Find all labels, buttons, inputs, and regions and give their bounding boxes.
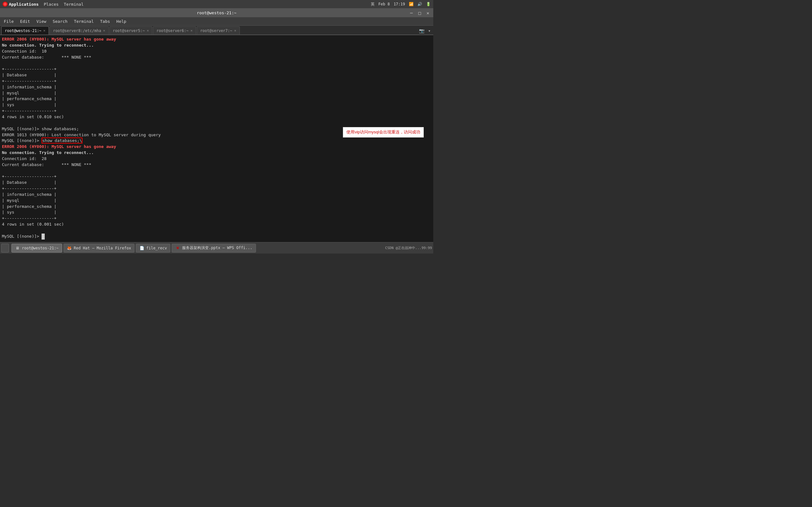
taskbar: 🖥 root@westos-21:~ 🦊 Red Hat – Mozilla F…: [0, 242, 433, 253]
taskbar-terminal[interactable]: 🖥 root@westos-21:~: [11, 244, 62, 252]
tabs-bar: root@westos-21:~ ✕ root@server8:/etc/mha…: [0, 26, 433, 35]
menu-search[interactable]: Search: [50, 18, 70, 24]
menu-terminal[interactable]: Terminal: [71, 18, 96, 24]
file-taskbar-icon: 📄: [139, 245, 144, 250]
error-line-2: ERROR 1013 (HY000): Lost connection to M…: [2, 132, 161, 137]
tab-close-3[interactable]: ✕: [147, 29, 149, 33]
tab-close-2[interactable]: ✕: [103, 29, 105, 33]
menu-bar: File Edit View Search Terminal Tabs Help: [0, 17, 433, 26]
rows-2: 4 rows in set (0.001 sec): [2, 222, 64, 227]
taskbar-right: CSDN @正在战神中...99:99: [385, 245, 432, 250]
tab-label-3: root@server5:~: [113, 29, 145, 33]
maximize-button[interactable]: □: [417, 10, 422, 15]
window-title: root@westos-21:~: [197, 10, 236, 15]
menu-tabs[interactable]: Tabs: [98, 18, 113, 24]
taskbar-firefox[interactable]: 🦊 Red Hat – Mozilla Firefox: [63, 244, 135, 252]
terminal-output: ERROR 2006 (HY000): MySQL server has gon…: [2, 37, 432, 239]
tab-server7[interactable]: root@server7:~ ✕: [197, 26, 240, 35]
places-menu[interactable]: Places: [44, 2, 59, 7]
tab-westos21[interactable]: root@westos-21:~ ✕: [1, 26, 49, 35]
new-tab-icon[interactable]: 📷: [418, 28, 426, 33]
window-controls: ─ □ ✕: [409, 10, 431, 15]
show-desktop-button[interactable]: [1, 244, 9, 252]
taskbar-wps-label: 服务器架构演变.pptx – WPS Offi...: [182, 245, 252, 250]
tab-close-4[interactable]: ✕: [191, 29, 193, 33]
error-line-1: ERROR 2006 (HY000): MySQL server has gon…: [2, 37, 116, 42]
system-bar: Applications Places Terminal 英 Feb 8 17:…: [0, 0, 433, 9]
title-bar: root@westos-21:~ ─ □ ✕: [0, 9, 433, 17]
tab-close-5[interactable]: ✕: [234, 29, 236, 33]
tabs-extra: 📷 ▾: [418, 28, 432, 35]
tab-close-1[interactable]: ✕: [44, 29, 46, 33]
taskbar-terminal-label: root@westos-21:~: [22, 246, 59, 250]
conn-id-1: Connection id: 10: [2, 49, 47, 54]
current-db-2: Current database: *** NONE ***: [2, 162, 91, 167]
wps-taskbar-icon: W: [175, 245, 180, 250]
tab-server5[interactable]: root@server5:~ ✕: [109, 26, 153, 35]
menu-view[interactable]: View: [34, 18, 49, 24]
firefox-taskbar-icon: 🦊: [67, 245, 72, 250]
volume-icon: 🔊: [417, 2, 422, 6]
terminal-content[interactable]: 使用vip访问mysql会出现重连，访问成功 ERROR 2006 (HY000…: [0, 35, 433, 242]
lang-indicator: 英: [371, 2, 374, 7]
wifi-icon: 📶: [409, 2, 414, 6]
tab-label-4: root@server6:~: [156, 29, 189, 33]
time-display: 17:19: [394, 2, 405, 6]
tab-label-5: root@server7:~: [200, 29, 232, 33]
reconnect-line-1: No connection. Trying to reconnect...: [2, 43, 94, 48]
terminal-window: root@westos-21:~ ─ □ ✕ File Edit View Se…: [0, 9, 433, 242]
cmd-1: MySQL [(none)]> show databases;: [2, 126, 79, 131]
menu-edit[interactable]: Edit: [17, 18, 32, 24]
applications-label[interactable]: Applications: [9, 2, 39, 7]
error-line-3: ERROR 2006 (HY000): MySQL server has gon…: [2, 144, 116, 149]
cmd-2-highlight: show databases;\: [42, 137, 83, 144]
system-bar-right: 英 Feb 8 17:19 📶 🔊 🔋: [371, 2, 431, 7]
annotation-text: 使用vip访问mysql会出现重连，访问成功: [346, 130, 420, 134]
close-button[interactable]: ✕: [425, 10, 431, 15]
csdn-text: CSDN @正在战神中...99:99: [385, 246, 432, 250]
annotation-box: 使用vip访问mysql会出现重连，访问成功: [343, 127, 424, 137]
taskbar-wps[interactable]: W 服务器架构演变.pptx – WPS Offi...: [171, 244, 256, 252]
taskbar-firefox-label: Red Hat – Mozilla Firefox: [74, 246, 131, 250]
reconnect-line-2: No connection. Trying to reconnect...: [2, 150, 94, 155]
tab-server8[interactable]: root@server8:/etc/mha ✕: [49, 26, 108, 35]
system-bar-left: Applications Places Terminal: [3, 2, 84, 7]
tab-label-2: root@server8:/etc/mha: [53, 29, 101, 33]
taskbar-file-label: file_recv: [146, 246, 167, 250]
minimize-button[interactable]: ─: [409, 10, 414, 15]
tab-label-1: root@westos-21:~: [5, 29, 42, 33]
cmd-2-prefix: MySQL [(none)]>: [2, 138, 42, 143]
prompt-line: MySQL [(none)]>: [2, 234, 42, 239]
current-db-1: Current database: *** NONE ***: [2, 55, 91, 60]
terminal-menu[interactable]: Terminal: [64, 2, 84, 7]
applications-menu[interactable]: Applications: [3, 2, 39, 7]
menu-help[interactable]: Help: [114, 18, 129, 24]
conn-id-2: Connection id: 28: [2, 156, 47, 161]
app-icon: [3, 2, 8, 7]
taskbar-file-recv[interactable]: 📄 file_recv: [136, 244, 170, 252]
battery-icon: 🔋: [426, 2, 431, 6]
tabs-dropdown-icon[interactable]: ▾: [427, 28, 432, 33]
tab-server6[interactable]: root@server6:~ ✕: [153, 26, 196, 35]
terminal-taskbar-icon: 🖥: [15, 245, 20, 250]
menu-file[interactable]: File: [1, 18, 16, 24]
rows-1: 4 rows in set (0.010 sec): [2, 114, 64, 119]
date-display: Feb 8: [378, 2, 390, 6]
